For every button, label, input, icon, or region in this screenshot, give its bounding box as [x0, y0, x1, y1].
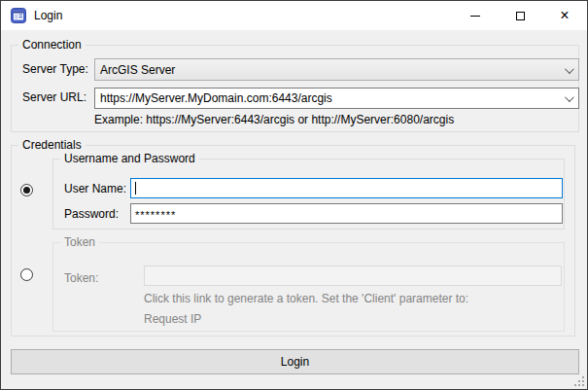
username-password-radio[interactable]	[20, 184, 33, 196]
request-ip-link[interactable]: Request IP	[144, 312, 201, 327]
window-title: Login	[34, 9, 62, 22]
resize-grip-icon[interactable]	[572, 374, 584, 386]
server-url-example: Example: https://MyServer:6443/arcgis or…	[94, 113, 454, 127]
token-radio[interactable]	[20, 268, 33, 281]
radio-dot	[23, 187, 30, 194]
title-bar: Login ×	[1, 1, 587, 30]
login-button[interactable]: Login	[11, 349, 579, 374]
user-name-input[interactable]	[130, 178, 563, 198]
close-icon: ×	[560, 8, 569, 23]
app-form-icon	[11, 8, 26, 23]
server-type-label: Server Type:	[22, 62, 88, 77]
username-password-legend: Username and Password	[60, 152, 199, 166]
server-url-combobox[interactable]: https://MyServer.MyDomain.com:6443/arcgi…	[94, 88, 579, 109]
connection-legend: Connection	[18, 38, 86, 53]
user-name-label: User Name:	[64, 182, 126, 196]
chevron-down-icon	[565, 92, 574, 102]
token-hint-text: Click this link to generate a token. Set…	[144, 292, 468, 306]
server-url-value: https://MyServer.MyDomain.com:6443/arcgi…	[100, 91, 332, 105]
server-type-dropdown[interactable]: ArcGIS Server	[94, 58, 579, 81]
maximize-icon	[516, 12, 525, 20]
token-group: Token	[52, 242, 565, 332]
minimize-icon	[470, 16, 480, 17]
close-button[interactable]: ×	[542, 1, 587, 30]
text-caret	[135, 182, 136, 195]
credentials-legend: Credentials	[18, 138, 86, 153]
password-label: Password:	[64, 207, 119, 222]
minimize-button[interactable]	[453, 1, 498, 30]
chevron-down-icon	[565, 64, 574, 74]
server-type-value: ArcGIS Server	[100, 63, 175, 77]
password-input[interactable]	[130, 203, 563, 224]
token-legend: Token	[60, 235, 99, 250]
server-url-label: Server URL:	[22, 90, 86, 105]
login-button-label: Login	[281, 355, 309, 369]
maximize-button[interactable]	[498, 1, 542, 30]
login-dialog: Login × Connection Server Type: ArcGIS S…	[0, 0, 588, 390]
token-input	[144, 266, 562, 286]
token-label: Token:	[64, 271, 98, 286]
